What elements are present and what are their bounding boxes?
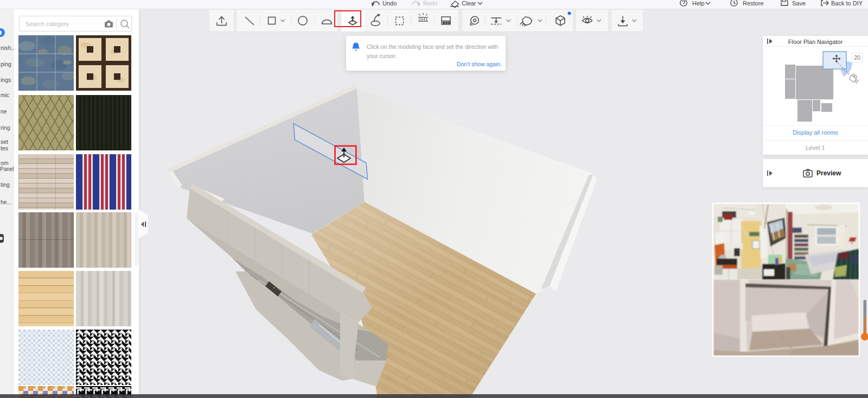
svg-text:20: 20	[854, 54, 860, 61]
